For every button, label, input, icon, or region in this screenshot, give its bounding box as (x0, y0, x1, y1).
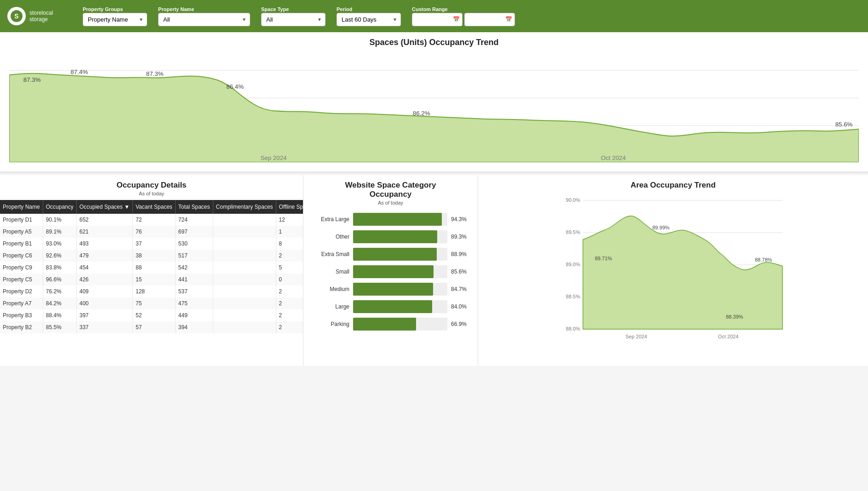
cell-vacant: 37 (133, 238, 176, 250)
trend-chart-svg: 87.3% 87.4% 87.3% 86.4% 86.2% 85.6% Sep … (9, 52, 859, 162)
bar-label: Large (313, 303, 349, 310)
cell-comp (213, 238, 276, 250)
table-row: Property C9 83.8% 454 88 542 5 (0, 262, 303, 274)
col-total-spaces: Total Spaces (175, 200, 213, 214)
cell-total: 449 (175, 309, 213, 321)
bar-value: 94.3% (451, 216, 468, 223)
cell-occupancy: 85.5% (43, 321, 76, 333)
cell-property-name: Property B3 (0, 309, 43, 321)
occupancy-details-subtitle: As of today (0, 191, 303, 196)
cell-occupied: 621 (76, 226, 132, 238)
period-filter: Period Last 60 Days (337, 6, 401, 26)
space-type-select-wrapper: All (261, 13, 326, 26)
svg-text:Sep 2024: Sep 2024 (260, 154, 286, 161)
logo-text: storelocal storage (29, 10, 53, 23)
col-comp-spaces: Complimentary Spaces (213, 200, 276, 214)
bar-value: 66.9% (451, 321, 468, 327)
cell-comp (213, 297, 276, 309)
website-space-subtitle: As of today (313, 200, 468, 206)
property-groups-select[interactable]: Property Name (83, 13, 147, 26)
svg-text:85.6%: 85.6% (835, 121, 853, 128)
date-start-input[interactable] (412, 13, 463, 26)
bar-row: Extra Large 94.3% (313, 213, 468, 226)
property-groups-label: Property Groups (83, 6, 147, 12)
cell-occupancy: 84.2% (43, 297, 76, 309)
bar-label: Other (313, 234, 349, 240)
header: S storelocal storage Property Groups Pro… (0, 0, 868, 32)
col-vacant-spaces: Vacant Spaces (133, 200, 176, 214)
cell-comp (213, 274, 276, 285)
property-groups-select-wrapper: Property Name (83, 13, 147, 26)
logo-name: storelocal (29, 10, 53, 16)
cell-property-name: Property B1 (0, 238, 43, 250)
trend-title: Spaces (Units) Occupancy Trend (9, 38, 859, 47)
cell-vacant: 72 (133, 214, 176, 226)
bar-row: Extra Small 88.9% (313, 248, 468, 261)
svg-text:87.3%: 87.3% (146, 70, 164, 77)
cell-total: 724 (175, 214, 213, 226)
logo-icon: S (7, 7, 26, 25)
cell-comp (213, 250, 276, 262)
bar-row: Small 85.6% (313, 265, 468, 278)
website-space-title: Website Space CategoryOccupancy (313, 181, 468, 199)
col-occupancy: Occupancy (43, 200, 76, 214)
svg-text:Oct 2024: Oct 2024 (601, 154, 626, 161)
cell-comp (213, 214, 276, 226)
table-row: Property D2 76.2% 409 128 537 2 (0, 285, 303, 297)
col-property-name: Property Name (0, 200, 43, 214)
svg-text:89.0%: 89.0% (566, 262, 580, 267)
period-select[interactable]: Last 60 Days (337, 13, 401, 26)
area-trend-title: Area Occupancy Trend (485, 181, 861, 190)
cell-property-name: Property D2 (0, 285, 43, 297)
cell-offline: 12 (276, 214, 303, 226)
cell-occupied: 493 (76, 238, 132, 250)
cell-vacant: 128 (133, 285, 176, 297)
bar-label: Parking (313, 321, 349, 327)
svg-text:87.3%: 87.3% (23, 76, 41, 83)
bar-track (353, 213, 447, 226)
svg-text:90.0%: 90.0% (566, 197, 580, 203)
cell-offline: 8 (276, 238, 303, 250)
space-type-select[interactable]: All (261, 13, 326, 26)
cell-vacant: 76 (133, 226, 176, 238)
bar-fill (353, 265, 434, 278)
cell-occupied: 400 (76, 297, 132, 309)
cell-occupancy: 89.1% (43, 226, 76, 238)
property-name-select[interactable]: All (158, 13, 250, 26)
period-label: Period (337, 6, 401, 12)
bar-track (353, 265, 447, 278)
cell-property-name: Property C5 (0, 274, 43, 285)
website-space-panel: Website Space CategoryOccupancy As of to… (303, 175, 478, 366)
cell-occupied: 479 (76, 250, 132, 262)
bar-label: Medium (313, 286, 349, 292)
cell-offline: 1 (276, 226, 303, 238)
bar-chart: Extra Large 94.3% Other 89.3% Extra Smal… (313, 213, 468, 331)
cell-total: 542 (175, 262, 213, 274)
cell-occupancy: 88.4% (43, 309, 76, 321)
table-row: Property D1 90.1% 652 72 724 12 (0, 214, 303, 226)
cell-vacant: 38 (133, 250, 176, 262)
property-name-filter: Property Name All (158, 6, 250, 26)
bar-fill (353, 213, 442, 226)
cell-occupancy: 90.1% (43, 214, 76, 226)
bar-value: 84.7% (451, 286, 468, 292)
cell-property-name: Property C9 (0, 262, 43, 274)
date-end-input[interactable] (464, 13, 515, 26)
bar-label: Extra Small (313, 251, 349, 257)
date-start-wrapper (412, 13, 463, 26)
svg-text:88.0%: 88.0% (566, 326, 580, 331)
bar-track (353, 283, 447, 296)
cell-total: 537 (175, 285, 213, 297)
cell-offline: 2 (276, 309, 303, 321)
table-row: Property B3 88.4% 397 52 449 2 (0, 309, 303, 321)
custom-range-group: Custom Range (412, 6, 515, 26)
area-trend-chart: 90.0% 89.5% 89.0% 88.5% 88.0% 89.71% 89.… (485, 194, 861, 360)
occupancy-details-title: Occupancy Details (0, 181, 303, 190)
occupancy-table-wrapper[interactable]: Property Name Occupancy Occupied Spaces … (0, 200, 303, 333)
cell-property-name: Property C6 (0, 250, 43, 262)
table-row: Property B1 93.0% 493 37 530 8 (0, 238, 303, 250)
cell-occupied: 409 (76, 285, 132, 297)
bar-label: Extra Large (313, 216, 349, 223)
table-row: Property B2 85.5% 337 57 394 2 (0, 321, 303, 333)
date-end-wrapper (464, 13, 515, 26)
